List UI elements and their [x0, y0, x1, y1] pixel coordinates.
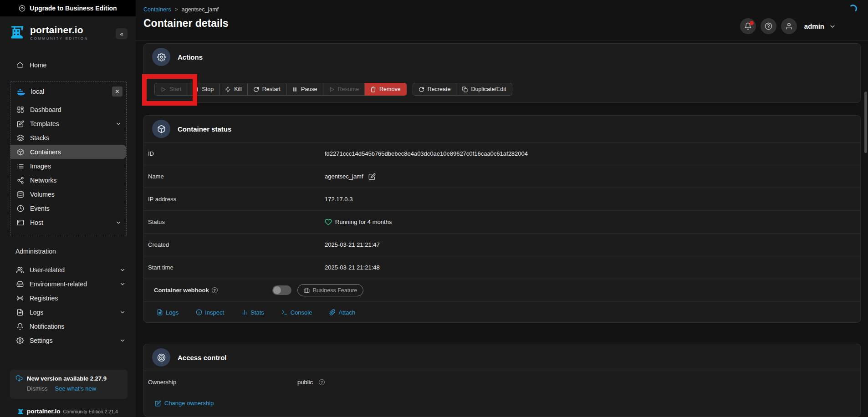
cube-icon — [17, 148, 24, 156]
sidebar-collapse-button[interactable]: « — [116, 28, 128, 39]
access-control-panel: Access control Ownership public ? Change… — [143, 344, 861, 417]
row-label: Status — [148, 219, 325, 225]
brand: portainer.io COMMUNITY EDITION — [9, 24, 88, 41]
stats-link[interactable]: Stats — [241, 309, 264, 316]
breadcrumb-containers-link[interactable]: Containers — [143, 6, 171, 13]
new-version-title: New version available 2.27.9 — [27, 375, 107, 382]
sidebar-item-label: Containers — [30, 148, 61, 156]
status-panel-icon-circle — [152, 120, 170, 138]
notifications-button[interactable] — [740, 18, 756, 34]
sidebar-item-events[interactable]: Events — [10, 201, 126, 215]
edit-name-icon[interactable] — [368, 173, 376, 180]
briefcase-icon — [304, 287, 310, 293]
kill-button[interactable]: Kill — [220, 83, 248, 96]
sidebar-item-label: Templates — [30, 120, 59, 127]
rotate-icon — [419, 86, 424, 92]
info-icon — [196, 309, 202, 315]
page-title: Container details — [143, 17, 229, 30]
sidebar-item-networks[interactable]: Networks — [10, 173, 126, 187]
scrollbar-thumb[interactable] — [864, 92, 867, 153]
inspect-link[interactable]: Inspect — [196, 309, 224, 316]
change-ownership-link[interactable]: Change ownership — [155, 400, 860, 407]
sidebar-item-dashboard[interactable]: Dashboard — [10, 102, 126, 117]
see-whats-new-link[interactable]: See what's new — [55, 385, 97, 392]
environment-header[interactable]: local ✕ — [10, 81, 126, 102]
sidebar-item-user-related[interactable]: User-related — [0, 263, 136, 277]
duplicate-edit-button[interactable]: Duplicate/Edit — [456, 83, 512, 96]
webhook-toggle[interactable] — [272, 285, 291, 295]
stop-button[interactable]: Stop — [187, 83, 220, 96]
environment-close-button[interactable]: ✕ — [112, 86, 123, 97]
webhook-help-icon[interactable]: ? — [212, 287, 218, 293]
button-label: Kill — [234, 86, 242, 92]
page-header: Containers > agentsec_jamf Container det… — [136, 0, 868, 41]
portainer-logo-icon — [9, 24, 26, 41]
table-row-start-time: Start time 2025-03-21 21:21:48 — [144, 256, 860, 279]
container-id-value: fd2271ccc14d545b765dbebec8e4a03dc0ae10e8… — [325, 150, 528, 157]
created-value: 2025-03-21 21:21:47 — [325, 241, 380, 248]
sidebar-item-stacks[interactable]: Stacks — [10, 131, 126, 145]
sidebar-item-notifications[interactable]: Notifications — [0, 319, 136, 333]
access-panel-icon-circle — [152, 348, 170, 366]
database-icon — [17, 191, 24, 198]
list-icon — [17, 163, 24, 170]
row-label: Created — [148, 241, 325, 248]
quick-links-row: Logs Inspect Stats Console Attach — [144, 301, 860, 323]
trash-icon — [370, 86, 376, 92]
ip-address-value: 172.17.0.3 — [325, 196, 352, 203]
console-link[interactable]: Console — [281, 309, 312, 316]
sidebar-item-containers[interactable]: Containers — [10, 145, 126, 159]
terminal-icon — [281, 309, 288, 315]
sidebar-item-label: User-related — [30, 266, 65, 274]
users-icon — [16, 266, 24, 274]
upgrade-business-banner[interactable]: Upgrade to Business Edition — [0, 0, 136, 16]
help-button[interactable] — [761, 18, 776, 34]
row-label: Start time — [148, 264, 325, 271]
sidebar-item-logs[interactable]: Logs — [0, 305, 136, 319]
access-panel-title: Access control — [178, 354, 227, 361]
start-button[interactable]: Start — [154, 83, 187, 96]
ownership-label: Ownership — [148, 379, 297, 386]
heartbeat-icon — [325, 219, 332, 226]
arrow-up-circle-icon — [19, 5, 26, 12]
sidebar-item-volumes[interactable]: Volumes — [10, 187, 126, 201]
sidebar-item-home[interactable]: Home — [0, 57, 136, 73]
restart-button[interactable]: Restart — [248, 83, 286, 96]
user-menu[interactable]: admin — [804, 22, 824, 30]
sidebar-item-images[interactable]: Images — [10, 159, 126, 173]
button-label: Remove — [379, 86, 401, 92]
ownership-help-icon[interactable]: ? — [319, 379, 325, 385]
resume-button[interactable]: Resume — [323, 83, 365, 96]
file-text-icon — [157, 309, 163, 315]
chevron-down-icon[interactable] — [829, 23, 836, 30]
sidebar-item-templates[interactable]: Templates — [10, 117, 126, 131]
table-row-name: Name agentsec_jamf — [144, 165, 860, 188]
paperclip-icon — [329, 309, 336, 315]
clock-icon — [17, 205, 24, 212]
avatar[interactable] — [781, 18, 797, 34]
play-icon — [329, 86, 335, 92]
sidebar-item-label: Events — [30, 205, 50, 212]
sidebar-item-host[interactable]: Host — [10, 215, 126, 229]
pause-icon — [292, 86, 298, 92]
cube-icon — [157, 125, 166, 133]
button-label: Duplicate/Edit — [471, 86, 506, 92]
sidebar-item-registries[interactable]: Registries — [0, 291, 136, 305]
attach-link[interactable]: Attach — [329, 309, 355, 316]
sidebar-item-settings[interactable]: Settings — [0, 333, 136, 347]
remove-button[interactable]: Remove — [365, 83, 407, 96]
logs-link[interactable]: Logs — [157, 309, 179, 316]
edit-icon — [155, 400, 161, 407]
recreate-button[interactable]: Recreate — [413, 83, 457, 96]
dismiss-link[interactable]: Dismiss — [27, 385, 48, 392]
business-feature-badge: Business Feature — [297, 284, 363, 296]
toggle-knob — [273, 286, 281, 294]
gear-icon — [16, 337, 24, 344]
table-row-ip: IP address 172.17.0.3 — [144, 188, 860, 210]
link-label: Attach — [338, 309, 355, 316]
footer-edition: Community Edition 2.21.4 — [63, 409, 118, 414]
table-row-ownership: Ownership public ? — [144, 371, 860, 393]
sidebar-item-environment-related[interactable]: Environment-related — [0, 277, 136, 291]
new-version-card: New version available 2.27.9 Dismiss See… — [10, 370, 128, 399]
pause-button[interactable]: Pause — [286, 83, 323, 96]
